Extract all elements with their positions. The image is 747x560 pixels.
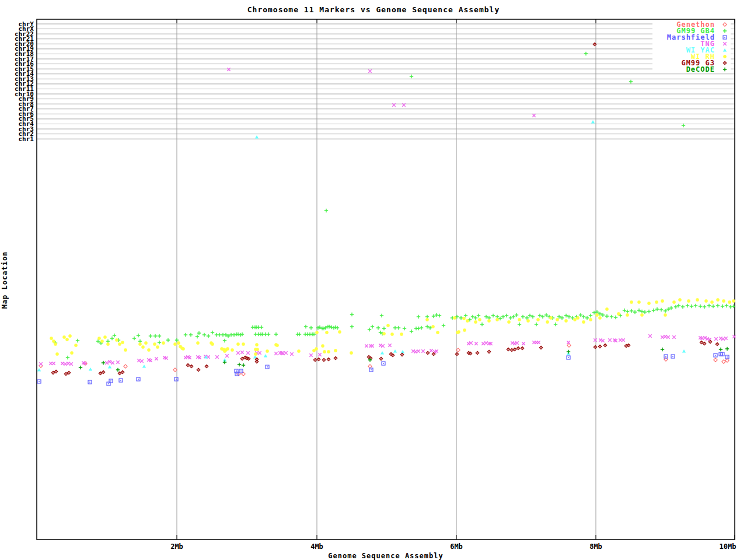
data-point	[141, 345, 145, 349]
data-point	[431, 325, 435, 328]
point-dot	[120, 380, 121, 381]
data-point	[309, 354, 312, 356]
data-point	[116, 360, 119, 363]
data-point	[453, 316, 456, 320]
data-point	[619, 338, 622, 341]
data-point	[535, 323, 538, 326]
data-point	[507, 320, 511, 324]
data-point	[118, 342, 121, 346]
x-tick-label: 10Mb	[720, 542, 736, 551]
data-point	[417, 349, 420, 352]
data-point	[546, 320, 549, 324]
data-point	[113, 334, 116, 337]
data-point	[388, 344, 391, 346]
data-point	[410, 75, 413, 78]
data-point	[153, 342, 156, 346]
data-point	[664, 313, 667, 317]
data-point	[686, 304, 689, 307]
data-point	[149, 334, 152, 338]
data-point	[140, 359, 143, 362]
data-point	[442, 324, 445, 327]
data-point	[50, 337, 53, 340]
data-point	[410, 330, 413, 333]
data-point	[728, 300, 731, 304]
data-point	[719, 348, 722, 351]
data-point	[102, 361, 105, 365]
data-point	[630, 309, 633, 313]
data-point	[227, 68, 230, 71]
data-point	[526, 319, 530, 323]
data-point	[723, 55, 727, 58]
data-point	[147, 348, 151, 352]
legend-entry-decode: DeCODE	[654, 66, 729, 72]
data-point	[664, 309, 667, 313]
point-dot	[138, 379, 139, 380]
data-point	[100, 340, 104, 343]
data-point	[655, 307, 659, 311]
data-point	[324, 209, 328, 212]
data-point	[721, 304, 724, 308]
data-point	[332, 326, 336, 330]
data-point	[76, 339, 79, 342]
data-point	[175, 338, 179, 342]
data-point	[197, 331, 201, 335]
point-dot	[248, 358, 249, 359]
data-point	[55, 352, 59, 356]
data-point	[721, 337, 724, 340]
data-point	[716, 298, 720, 302]
series-gb4	[54, 52, 735, 359]
data-point	[556, 318, 559, 321]
data-point	[68, 334, 72, 338]
data-point	[664, 335, 666, 338]
data-point	[155, 357, 158, 360]
data-point	[491, 314, 495, 317]
x-tick-label: 2Mb	[170, 542, 183, 551]
data-point	[729, 305, 732, 309]
data-point	[162, 341, 165, 345]
data-point	[390, 332, 394, 336]
data-point	[111, 361, 114, 364]
data-point	[400, 332, 403, 336]
data-point	[647, 302, 651, 305]
data-point	[722, 360, 725, 363]
data-point	[79, 366, 82, 369]
point-dot	[540, 347, 542, 348]
point-dot	[103, 372, 104, 373]
data-point	[108, 365, 111, 368]
data-point	[211, 331, 214, 334]
data-point	[105, 361, 108, 364]
data-point	[480, 323, 484, 326]
data-point	[459, 316, 463, 320]
data-point	[704, 299, 708, 303]
data-point	[381, 351, 384, 354]
data-point	[610, 315, 613, 318]
series-marshfield	[37, 352, 729, 386]
data-point	[246, 351, 249, 354]
data-point	[365, 344, 368, 347]
data-point	[515, 341, 518, 344]
data-point	[661, 335, 664, 338]
data-point	[725, 304, 728, 307]
data-point	[637, 300, 641, 304]
point-dot	[704, 343, 705, 344]
point-dot	[427, 352, 428, 354]
data-point	[614, 316, 617, 319]
data-point	[518, 318, 521, 321]
data-point	[567, 341, 570, 344]
data-point	[116, 368, 120, 372]
data-point	[124, 365, 127, 368]
data-point	[309, 326, 313, 330]
point-dot	[236, 370, 237, 372]
data-point	[589, 314, 592, 317]
data-point	[487, 319, 491, 323]
point-dot	[315, 359, 316, 360]
data-point	[132, 337, 136, 340]
point-dot	[198, 369, 199, 370]
data-point	[236, 332, 240, 336]
point-dot	[599, 346, 601, 347]
point-dot	[518, 348, 519, 349]
data-point	[376, 326, 380, 330]
x-tick-label: 4Mb	[310, 542, 323, 551]
data-point	[89, 368, 92, 370]
data-point	[711, 304, 715, 308]
